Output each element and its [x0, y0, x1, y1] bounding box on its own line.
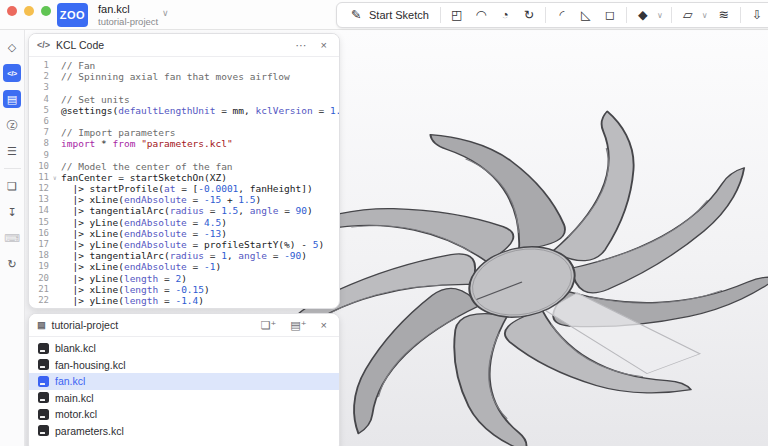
code-line[interactable]: 14 |> tangentialArc(radius = 1.5, angle …	[29, 205, 339, 216]
line-number: 5	[29, 105, 53, 116]
sidebar-item-new-file[interactable]: ❏	[3, 177, 21, 195]
code-token: =	[158, 284, 175, 295]
helix-button[interactable]: ≋	[713, 5, 735, 25]
toolbar-divider	[671, 7, 672, 23]
file-list: blank.kclfan-housing.kclfan.kclmain.kclm…	[29, 337, 339, 439]
line-number: 20	[29, 273, 53, 284]
code-token: |> tangentialArc(	[61, 205, 170, 216]
code-token: =	[215, 105, 232, 116]
code-line[interactable]: 21 |> xLine(length = -0.15)	[29, 284, 339, 295]
file-row-main-kcl[interactable]: main.kcl	[29, 390, 339, 407]
code-line[interactable]: 1// Fan	[29, 60, 339, 71]
code-line[interactable]: 3	[29, 82, 339, 93]
file-name: blank.kcl	[55, 342, 96, 354]
chamfer-icon: ◺	[578, 9, 594, 22]
new-folder-button[interactable]: ▤⁺	[286, 319, 310, 332]
code-line[interactable]: 15 |> yLine(endAbsolute = 4.5)	[29, 217, 339, 228]
file-row-parameters-kcl[interactable]: parameters.kcl	[29, 423, 339, 440]
code-line[interactable]: 17 |> yLine(endAbsolute = profileStartY(…	[29, 239, 339, 250]
file-row-blank-kcl[interactable]: blank.kcl	[29, 340, 339, 357]
code-line[interactable]: 5@settings(defaultLengthUnit = mm, kclVe…	[29, 105, 339, 116]
code-line[interactable]: 12 |> startProfile(at = [-0.0001, fanHei…	[29, 183, 339, 194]
code-line[interactable]: 11∨fanCenter = startSketchOn(XZ)	[29, 172, 339, 183]
code-line[interactable]: 9	[29, 150, 339, 161]
extrude-button[interactable]: ◰	[446, 5, 468, 25]
line-number: 1	[29, 60, 53, 71]
start-sketch-button[interactable]: ✎ Start Sketch	[342, 5, 435, 25]
code-token: ,	[244, 105, 255, 116]
close-panel-button[interactable]: ×	[317, 319, 331, 331]
sweep-button[interactable]: ◠	[470, 5, 492, 25]
code-token: -13	[204, 228, 221, 239]
code-token: |> yLine(	[61, 239, 124, 250]
sidebar-item-kcl-code[interactable]: </>	[3, 64, 21, 82]
maximize-window-button[interactable]	[41, 6, 51, 16]
file-row-fan-housing-kcl[interactable]: fan-housing.kcl	[29, 357, 339, 374]
code-token: defaultLengthUnit	[118, 105, 215, 116]
code-token: )	[198, 295, 204, 306]
insert-icon: ⇩	[749, 9, 765, 22]
line-number: 2	[29, 71, 53, 82]
code-line[interactable]: 19 |> xLine(endAbsolute = -1)	[29, 261, 339, 272]
code-token: =	[187, 194, 204, 205]
panel-menu-button[interactable]: ⋯	[292, 39, 311, 52]
file-row-fan-kcl[interactable]: fan.kcl	[29, 373, 339, 390]
code-token: kclVersion	[256, 105, 313, 116]
loft-button[interactable]: ◔	[494, 5, 516, 25]
code-line[interactable]: 22 |> yLine(length = -1.4)	[29, 295, 339, 306]
code-token: ,	[238, 205, 249, 216]
fillet-button[interactable]: ◜	[551, 5, 573, 25]
toolbar-divider	[545, 7, 546, 23]
project-menu[interactable]: fan.kcl tutorial-project	[98, 2, 158, 27]
code-line[interactable]: 6	[29, 116, 339, 127]
code-line[interactable]: 8import * from "parameters.kcl"	[29, 138, 339, 149]
code-token: import	[61, 138, 95, 149]
code-token: 90	[296, 205, 307, 216]
sidebar-divider	[4, 168, 21, 169]
code-line[interactable]: 13 |> xLine(endAbsolute = -15 + 1.5)	[29, 194, 339, 205]
shell-button[interactable]: ◻	[599, 5, 621, 25]
file-row-motor-kcl[interactable]: motor.kcl	[29, 406, 339, 423]
code-token: radius	[170, 250, 204, 261]
code-token: fanCenter = startSketchOn(XZ)	[61, 172, 227, 183]
code-token: |> xLine(	[61, 228, 124, 239]
code-token: angle	[250, 205, 279, 216]
window-controls[interactable]	[7, 6, 51, 16]
code-line[interactable]: 10// Model the center of the fan	[29, 161, 339, 172]
code-token: endAbsolute	[124, 261, 187, 272]
code-editor[interactable]: 1// Fan2// Spinning axial fan that moves…	[29, 57, 339, 309]
code-line[interactable]: 2// Spinning axial fan that moves airflo…	[29, 71, 339, 82]
sidebar-item-feature-tree[interactable]: ◇	[3, 38, 21, 56]
code-token: // Fan	[61, 60, 95, 71]
new-file-button[interactable]: ❏⁺	[257, 319, 281, 332]
revolve-button[interactable]: ↻	[518, 5, 540, 25]
code-line[interactable]: 4// Set units	[29, 94, 339, 105]
boolean-button[interactable]: ◆∨	[632, 5, 666, 25]
sweep-icon: ◠	[473, 9, 489, 22]
minimize-window-button[interactable]	[24, 6, 34, 16]
code-token: radius	[170, 205, 204, 216]
sidebar-item-refresh[interactable]: ↻	[3, 255, 21, 273]
code-line[interactable]: 16 |> xLine(endAbsolute = -13)	[29, 228, 339, 239]
insert-button[interactable]: ⇩	[746, 5, 768, 25]
sidebar-item-project-files[interactable]: ▤	[3, 90, 21, 108]
code-token: |> yLine(	[61, 217, 124, 228]
code-line[interactable]: 18 |> tangentialArc(radius = 1, angle = …	[29, 250, 339, 261]
close-window-button[interactable]	[7, 6, 17, 16]
code-line[interactable]: 7// Import parameters	[29, 127, 339, 138]
file-name: parameters.kcl	[55, 425, 124, 437]
fold-chevron-icon[interactable]: ∨	[53, 172, 61, 183]
offset-plane-button[interactable]: ▱∨	[677, 5, 711, 25]
code-token: // Model the center of the fan	[61, 161, 233, 172]
sidebar-item-kcl-samples[interactable]: ⓩ	[3, 116, 21, 134]
code-token: endAbsolute	[124, 239, 187, 250]
code-line[interactable]: 20 |> yLine(length = 2)	[29, 273, 339, 284]
line-number: 19	[29, 261, 53, 272]
sidebar-item-variables[interactable]: ☰	[3, 142, 21, 160]
code-token: 1.5	[221, 205, 238, 216]
close-panel-button[interactable]: ×	[317, 39, 331, 51]
code-token: )	[204, 284, 210, 295]
line-number: 12	[29, 183, 53, 194]
sidebar-item-export[interactable]: ↧	[3, 203, 21, 221]
chamfer-button[interactable]: ◺	[575, 5, 597, 25]
